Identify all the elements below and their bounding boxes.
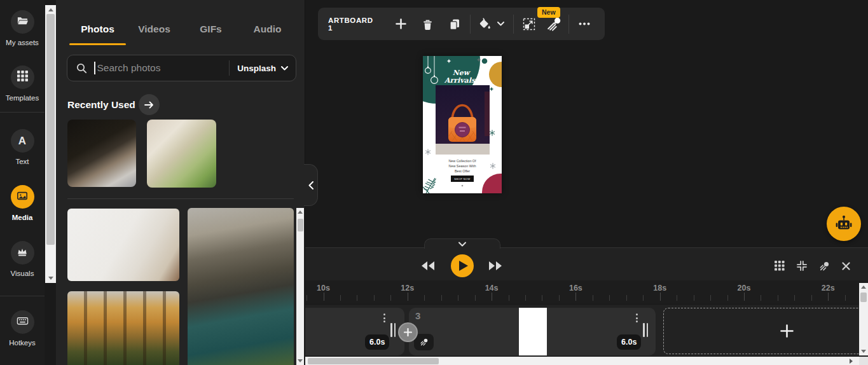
snowflake-icon	[490, 163, 495, 169]
clip-trim-handle[interactable]	[643, 323, 648, 337]
resize-icon	[523, 18, 535, 31]
artboard-title: ARTBOARD 1	[328, 17, 377, 32]
timeline-ruler[interactable]: 10s 12s 14s 16s 18s 20s 22s	[305, 280, 868, 305]
timeline-clip-3[interactable]: 3 6.0s	[409, 308, 656, 355]
magic-effects-icon	[819, 261, 830, 272]
more-options-button[interactable]	[574, 13, 595, 35]
crown-icon	[17, 246, 28, 260]
collapse-timeline-button[interactable]	[796, 260, 808, 272]
close-icon	[842, 262, 850, 270]
text-a-icon: A	[18, 135, 26, 148]
scroll-up-arrow[interactable]	[861, 286, 866, 289]
sidebar-item-my-assets[interactable]: My assets	[0, 10, 45, 46]
sidebar-item-hotkeys[interactable]: Hotkeys	[0, 310, 45, 347]
sidebar-item-visuals[interactable]: Visuals	[0, 241, 45, 277]
toolbar-divider	[470, 15, 471, 34]
panel-collapse-button[interactable]	[304, 164, 318, 206]
sidebar-scrollbar[interactable]	[45, 5, 56, 283]
photo-autumn-forest[interactable]	[67, 291, 179, 365]
arrow-right-icon	[144, 101, 154, 109]
scrollbar-corner	[859, 357, 868, 365]
clip-menu-button[interactable]	[635, 312, 639, 324]
magic-effects-icon	[420, 338, 429, 347]
sidebar-label: Hotkeys	[0, 339, 45, 347]
sidebar-label: Text	[0, 158, 45, 165]
fast-forward-button[interactable]	[487, 259, 504, 273]
folder-open-icon	[17, 15, 29, 29]
scroll-down-arrow[interactable]	[861, 350, 866, 353]
photo-workspace-flatlay[interactable]	[67, 209, 179, 281]
clip-duration-badge: 6.0s	[365, 334, 389, 350]
close-timeline-button[interactable]	[839, 260, 852, 272]
artboard-canvas[interactable]: New Arrivals	[423, 56, 502, 193]
provider-dropdown[interactable]: Unsplash	[230, 64, 296, 73]
new-feature-badge: New	[537, 7, 560, 18]
fill-color-button[interactable]	[476, 13, 493, 35]
duplicate-artboard-button[interactable]	[444, 13, 465, 35]
pine-branch	[423, 178, 436, 193]
fast-forward-icon	[488, 261, 502, 270]
magic-effects-button[interactable]	[818, 260, 830, 272]
scrollbar-thumb[interactable]	[46, 14, 55, 245]
scrollbar-thumb[interactable]	[298, 219, 303, 231]
play-button[interactable]	[451, 254, 474, 277]
scroll-up-arrow[interactable]	[48, 8, 53, 11]
clip-duration-badge: 6.0s	[617, 334, 641, 350]
tab-audio[interactable]: Audio	[239, 14, 296, 44]
clip-effects-button[interactable]	[414, 334, 434, 350]
rewind-button[interactable]	[420, 259, 436, 273]
media-tabs: Photos Videos GIFs Audio	[69, 14, 296, 44]
collapse-icon	[797, 261, 807, 271]
clip-number: 3	[415, 310, 420, 321]
app-window: My assets Templates A Text Media Visuals	[0, 0, 868, 365]
clip-trim-handle[interactable]	[390, 323, 396, 337]
add-scene-button[interactable]	[663, 308, 868, 354]
sparkle-icon	[490, 87, 494, 92]
photo-sea-cliffs[interactable]	[188, 208, 294, 365]
scrollbar-thumb[interactable]	[860, 293, 867, 302]
play-icon	[459, 261, 468, 271]
add-clip-between-button[interactable]	[398, 322, 418, 342]
recent-photo-desk-with-laptop[interactable]	[147, 120, 216, 188]
sidebar-item-text[interactable]: A Text	[0, 129, 45, 165]
scroll-up-arrow[interactable]	[298, 210, 303, 214]
scroll-right-arrow[interactable]	[850, 359, 853, 364]
sidebar-item-media[interactable]: Media	[0, 185, 45, 221]
rewind-icon	[421, 261, 435, 270]
grid-view-button[interactable]	[773, 260, 786, 272]
chevron-down-icon	[458, 242, 466, 247]
scene-preview-thumbnail	[519, 308, 547, 355]
delete-artboard-button[interactable]	[418, 13, 438, 35]
tab-gifs[interactable]: GIFs	[183, 14, 239, 44]
timeline-v-scrollbar[interactable]	[859, 283, 868, 355]
ai-assistant-button[interactable]	[827, 207, 861, 241]
timeline-h-scrollbar[interactable]	[305, 357, 868, 365]
scroll-down-arrow[interactable]	[298, 359, 303, 362]
panel-scrollbar[interactable]	[296, 208, 304, 365]
add-scene-plus-icon	[780, 324, 794, 338]
fill-color-dropdown[interactable]	[493, 13, 508, 35]
search-input[interactable]	[97, 62, 230, 74]
resize-artboard-button[interactable]	[519, 13, 539, 35]
tab-photos[interactable]: Photos	[69, 14, 126, 44]
more-ellipsis-icon	[579, 22, 590, 25]
recent-photo-typing-on-laptop[interactable]	[67, 120, 136, 187]
trash-icon	[422, 18, 433, 30]
tab-label: GIFs	[200, 24, 221, 35]
timeline-clip-2[interactable]: 6.0s	[305, 308, 404, 355]
timeline-collapse-tab[interactable]	[424, 238, 500, 249]
clip-menu-button[interactable]	[382, 312, 387, 324]
add-artboard-button[interactable]	[391, 13, 411, 35]
recently-used-title: Recently Used	[67, 99, 135, 111]
artboard-body-line2: New Season With	[449, 164, 476, 168]
tab-videos[interactable]: Videos	[126, 14, 183, 44]
recently-used-arrow-button[interactable]	[139, 94, 160, 115]
text-cursor	[94, 62, 95, 74]
duplicate-icon	[449, 18, 460, 30]
small-dot	[462, 185, 464, 187]
sidebar-label: Templates	[0, 94, 45, 102]
sidebar-item-templates[interactable]: Templates	[0, 65, 45, 102]
scroll-down-arrow[interactable]	[48, 277, 53, 280]
search-box[interactable]: Unsplash	[67, 55, 296, 81]
scrollbar-thumb[interactable]	[308, 358, 439, 364]
